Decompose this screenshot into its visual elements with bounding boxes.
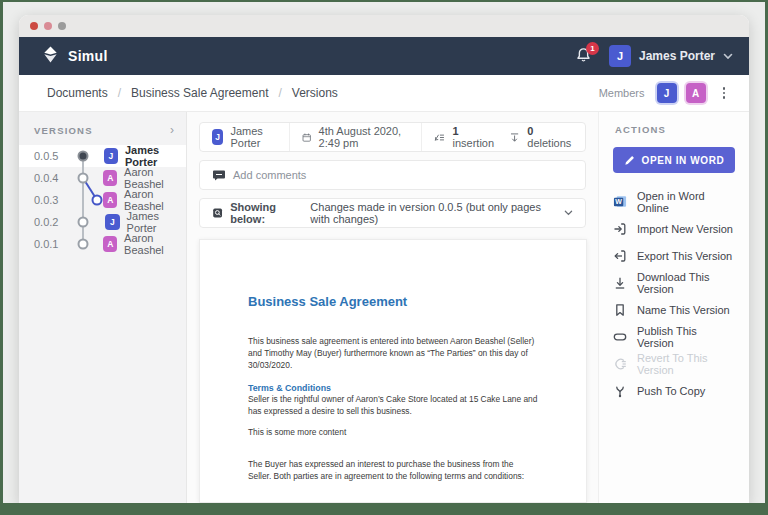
document-heading: Terms & Conditions xyxy=(248,383,538,393)
notification-badge: 1 xyxy=(586,42,599,55)
document-paragraph: The Buyer has expressed an interest to p… xyxy=(248,458,538,482)
action-name-this-version[interactable]: Name This Version xyxy=(613,296,735,323)
open-in-word-button[interactable]: OPEN IN WORD xyxy=(613,147,735,173)
version-author-name: Aaron Beashel xyxy=(124,166,186,190)
meta-author-avatar: J xyxy=(212,129,223,145)
add-comments-field[interactable]: Add comments xyxy=(199,160,586,190)
app-window: Simul 1 J James Porter Documents / Busin… xyxy=(19,15,749,503)
document-paragraph: This is some more content xyxy=(248,426,538,438)
bookmark-icon xyxy=(613,303,627,317)
comment-icon xyxy=(212,168,226,182)
document-heading: Description of Business xyxy=(248,503,538,504)
deletions-label: deletions xyxy=(527,137,571,149)
action-download-this-version[interactable]: Download This Version xyxy=(613,269,735,296)
member-avatar-james[interactable]: J xyxy=(657,83,677,103)
action-revert-to-this-version: Revert To This Version xyxy=(613,350,735,377)
minimize-window-icon[interactable] xyxy=(44,22,52,30)
versions-expand-icon[interactable]: › xyxy=(170,124,174,136)
open-in-word-label: OPEN IN WORD xyxy=(642,155,725,166)
page-background: Simul 1 J James Porter Documents / Busin… xyxy=(3,2,765,503)
user-menu[interactable]: J James Porter xyxy=(609,45,733,67)
brand-name: Simul xyxy=(68,48,108,64)
screenshot-frame: Simul 1 J James Porter Documents / Busin… xyxy=(0,0,768,515)
close-window-icon[interactable] xyxy=(30,22,38,30)
svg-text:W: W xyxy=(615,198,622,205)
deletions-count: 0 xyxy=(527,125,533,137)
maximize-window-icon[interactable] xyxy=(58,22,66,30)
notifications-button[interactable]: 1 xyxy=(575,46,595,66)
version-row-003[interactable]: 0.0.3 A Aaron Beashel xyxy=(19,189,186,211)
version-author-avatar: J xyxy=(104,148,118,164)
version-author-avatar: A xyxy=(103,170,117,186)
version-row-004[interactable]: 0.0.4 A Aaron Beashel xyxy=(19,167,186,189)
breadcrumb-separator: / xyxy=(278,86,281,100)
showing-label: Showing below: xyxy=(230,201,297,225)
meta-author: J James Porter xyxy=(200,123,289,151)
meta-date-text: 4th August 2020, 2:49 pm xyxy=(319,125,410,149)
kebab-menu-icon[interactable] xyxy=(715,83,734,103)
calendar-icon xyxy=(302,131,311,144)
breadcrumb-separator: / xyxy=(118,86,121,100)
word-online-icon: W xyxy=(613,195,627,209)
version-author-name: James Porter xyxy=(127,210,186,234)
action-import-new-version[interactable]: Import New Version xyxy=(613,215,735,242)
action-push-to-copy[interactable]: Push To Copy xyxy=(613,377,735,404)
version-number: 0.0.2 xyxy=(34,216,64,228)
insertions-count: 1 xyxy=(453,125,459,137)
download-icon xyxy=(613,276,627,290)
showing-value: Changes made in version 0.0.5 (but only … xyxy=(310,201,552,225)
window-titlebar xyxy=(19,15,749,37)
version-number: 0.0.3 xyxy=(34,194,62,206)
version-author-name: Aaron Beashel xyxy=(124,232,186,256)
export-icon xyxy=(613,249,627,263)
branch-icon xyxy=(613,384,627,398)
user-avatar: J xyxy=(609,45,631,67)
versions-sidebar: VERSIONS › 0.0.5 J James Porter 0.0.4 A … xyxy=(19,112,187,503)
members-label: Members xyxy=(599,87,645,99)
version-author-name: James Porter xyxy=(125,144,186,168)
app-header: Simul 1 J James Porter xyxy=(19,37,749,75)
breadcrumb-versions: Versions xyxy=(292,86,338,100)
action-export-this-version[interactable]: Export This Version xyxy=(613,242,735,269)
user-name: James Porter xyxy=(639,49,715,63)
action-publish-this-version[interactable]: Publish This Version xyxy=(613,323,735,350)
versions-list: 0.0.5 J James Porter 0.0.4 A Aaron Beash… xyxy=(19,145,186,255)
insertions-icon xyxy=(434,131,445,144)
version-author-avatar: A xyxy=(103,236,117,252)
meta-date: 4th August 2020, 2:49 pm xyxy=(289,123,421,151)
document-paragraph: This business sale agreement is entered … xyxy=(248,335,538,372)
breadcrumb-documents[interactable]: Documents xyxy=(47,86,108,100)
actions-title: ACTIONS xyxy=(615,124,666,135)
document-preview: Business Sale Agreement This business sa… xyxy=(199,239,587,503)
chevron-down-icon xyxy=(723,53,733,60)
version-row-001[interactable]: 0.0.1 A Aaron Beashel xyxy=(19,233,186,255)
member-avatar-aaron[interactable]: A xyxy=(686,83,706,103)
meta-author-name: James Porter xyxy=(230,125,277,149)
version-row-002[interactable]: 0.0.2 J James Porter xyxy=(19,211,186,233)
breadcrumb-document-title[interactable]: Business Sale Agreement xyxy=(131,86,268,100)
import-icon xyxy=(613,222,627,236)
version-meta-bar: J James Porter 4th August 2020, 2:49 pm xyxy=(199,122,586,152)
version-row-005[interactable]: 0.0.5 J James Porter xyxy=(19,145,186,167)
chevron-down-icon xyxy=(564,209,573,217)
preview-changes-icon xyxy=(212,206,223,220)
version-number: 0.0.1 xyxy=(34,238,62,250)
insertions-label: insertion xyxy=(453,137,495,149)
version-author-name: Aaron Beashel xyxy=(124,188,186,212)
version-number: 0.0.4 xyxy=(34,172,62,184)
version-detail-panel: J James Porter 4th August 2020, 2:49 pm xyxy=(187,112,598,503)
version-author-avatar: J xyxy=(105,214,120,230)
showing-below-dropdown[interactable]: Showing below: Changes made in version 0… xyxy=(199,198,586,228)
add-comments-placeholder: Add comments xyxy=(233,169,306,181)
document-title: Business Sale Agreement xyxy=(248,294,538,309)
breadcrumb-bar: Documents / Business Sale Agreement / Ve… xyxy=(19,75,749,112)
brand-logo[interactable]: Simul xyxy=(41,45,108,68)
action-open-in-word-online[interactable]: W Open in Word Online xyxy=(613,188,735,215)
publish-icon xyxy=(613,330,627,344)
pencil-icon xyxy=(624,155,635,166)
actions-sidebar: ACTIONS OPEN IN WORD W Open in Word Onli… xyxy=(598,112,749,503)
version-number: 0.0.5 xyxy=(34,150,63,162)
simul-diamond-icon xyxy=(41,45,60,68)
revert-icon xyxy=(613,357,627,371)
versions-title: VERSIONS xyxy=(34,125,93,136)
